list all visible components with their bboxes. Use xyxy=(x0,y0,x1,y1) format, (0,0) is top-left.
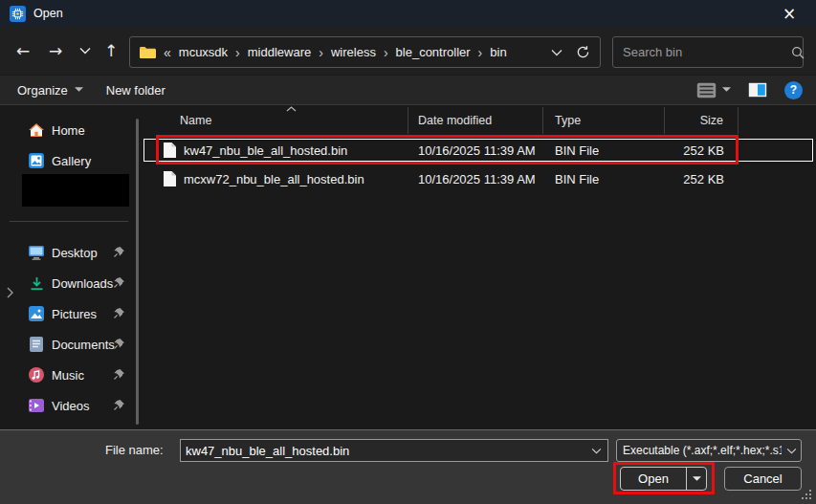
column-header-size[interactable]: Size xyxy=(665,107,739,134)
breadcrumb-separator-icon: › xyxy=(473,45,489,60)
new-folder-label: New folder xyxy=(106,83,165,98)
file-list: Name Date modified Type Size xyxy=(141,105,816,429)
forward-button[interactable]: → xyxy=(42,37,69,64)
pin-icon[interactable] xyxy=(113,246,126,259)
back-button[interactable]: ← xyxy=(10,37,36,64)
refresh-icon[interactable] xyxy=(576,45,590,59)
change-view-button[interactable] xyxy=(696,82,731,99)
file-name-dropdown-chevron-icon[interactable] xyxy=(584,448,607,454)
sidebar-item-downloads[interactable]: Downloads xyxy=(8,270,130,296)
column-label: Size xyxy=(700,114,723,127)
sidebar-separator xyxy=(10,221,128,222)
breadcrumb[interactable]: « mcuxsdk › middleware › wireless › ble_… xyxy=(129,36,601,68)
file-icon xyxy=(164,171,176,186)
pin-icon[interactable] xyxy=(113,338,126,351)
organize-button[interactable]: Organize xyxy=(0,76,95,104)
search-icon xyxy=(791,46,805,59)
details-view-icon xyxy=(696,82,717,99)
sidebar-scrollbar[interactable] xyxy=(136,119,139,425)
sidebar-item-label: Desktop xyxy=(52,246,98,260)
breadcrumb-separator-icon: › xyxy=(378,45,394,60)
help-icon[interactable]: ? xyxy=(784,81,803,99)
window-title: Open xyxy=(33,7,63,20)
sidebar-item-home[interactable]: Home xyxy=(8,117,130,143)
file-size: 252 KB xyxy=(665,172,739,186)
sidebar-item-label: Videos xyxy=(52,399,90,413)
title-bar: Open × xyxy=(0,0,816,27)
sidebar-item-label: Documents xyxy=(52,338,115,352)
sidebar-item-label: Home xyxy=(52,123,85,138)
pin-icon[interactable] xyxy=(113,307,126,320)
videos-icon xyxy=(29,398,44,413)
sidebar-item-music[interactable]: Music xyxy=(8,362,130,388)
file-name: kw47_nbu_ble_all_hosted.bin xyxy=(184,143,347,158)
chevron-down-icon xyxy=(75,87,83,93)
pin-icon[interactable] xyxy=(113,276,126,290)
chevron-down-icon xyxy=(782,448,801,454)
file-type: BIN File xyxy=(543,172,665,186)
sidebar-item-label: Pictures xyxy=(52,307,97,321)
chevron-down-icon xyxy=(693,476,701,482)
resize-grip[interactable] xyxy=(801,489,811,499)
breadcrumb-segment-mcuxsdk[interactable]: mcuxsdk xyxy=(177,45,230,59)
file-row-mcxw72[interactable]: mcxw72_nbu_ble_all_hosted.bin 10/16/2025… xyxy=(141,164,816,193)
preview-pane-icon[interactable] xyxy=(748,82,767,98)
breadcrumb-separator-icon: › xyxy=(230,45,246,60)
folder-icon xyxy=(140,46,156,59)
column-headers: Name Date modified Type Size xyxy=(141,107,816,134)
sidebar-item-desktop[interactable]: Desktop xyxy=(8,239,130,266)
breadcrumb-segment-middleware[interactable]: middleware xyxy=(246,45,313,59)
breadcrumb-segment-ble-controller[interactable]: ble_controller xyxy=(394,45,473,59)
pictures-icon xyxy=(29,306,44,321)
column-label: Type xyxy=(555,114,581,127)
open-split-button: Open xyxy=(620,467,707,491)
pin-icon[interactable] xyxy=(113,368,126,382)
sidebar-item-label: Gallery xyxy=(52,154,91,168)
dialog-footer: File name: Executable (*.axf;*.elf;*.hex… xyxy=(0,429,816,504)
cancel-button[interactable]: Cancel xyxy=(724,467,802,491)
open-dialog-window: Open × ← → ↑ « mcuxsdk › middleware › wi… xyxy=(0,0,816,504)
file-date: 10/16/2025 11:39 AM xyxy=(408,143,543,158)
file-name-input[interactable] xyxy=(181,444,584,458)
command-toolbar: Organize New folder ? xyxy=(0,75,816,105)
dialog-body: Home Gallery Desktop xyxy=(0,105,816,429)
search-input[interactable] xyxy=(623,45,791,59)
recent-locations-chevron-icon[interactable] xyxy=(72,37,99,64)
sidebar-item-documents[interactable]: Documents xyxy=(8,331,130,358)
organize-label: Organize xyxy=(17,83,68,98)
breadcrumb-overflow[interactable]: « xyxy=(156,45,177,60)
up-button[interactable]: ↑ xyxy=(98,37,124,64)
column-header-date-modified[interactable]: Date modified xyxy=(408,107,543,134)
sidebar-item-gallery[interactable]: Gallery xyxy=(8,147,130,174)
address-dropdown-chevron-icon[interactable] xyxy=(538,49,576,56)
column-header-type[interactable]: Type xyxy=(543,107,665,134)
file-type-select[interactable]: Executable (*.axf;*.elf;*.hex;*.s1 xyxy=(616,439,802,462)
open-dropdown-button[interactable] xyxy=(686,468,706,490)
breadcrumb-separator-icon: › xyxy=(313,45,329,60)
sidebar-item-videos[interactable]: Videos xyxy=(8,392,130,419)
sort-ascending-icon xyxy=(286,106,297,112)
sidebar-item-redacted-account[interactable] xyxy=(22,174,129,207)
file-row-kw47[interactable]: kw47_nbu_ble_all_hosted.bin 10/16/2025 1… xyxy=(141,136,816,164)
close-icon[interactable]: × xyxy=(770,0,808,27)
sidebar-item-label: Music xyxy=(52,368,84,383)
home-icon xyxy=(29,122,44,138)
file-name-label: File name: xyxy=(105,443,164,457)
app-chip-icon xyxy=(10,6,26,22)
downloads-icon xyxy=(29,275,44,291)
sidebar-item-pictures[interactable]: Pictures xyxy=(8,300,130,327)
breadcrumb-segment-bin[interactable]: bin xyxy=(488,45,508,59)
open-button[interactable]: Open xyxy=(621,468,686,490)
pin-icon[interactable] xyxy=(113,399,126,412)
file-type-value: Executable (*.axf;*.elf;*.hex;*.s1 xyxy=(617,444,782,457)
column-header-name[interactable]: Name xyxy=(141,107,408,134)
new-folder-button[interactable]: New folder xyxy=(95,76,177,104)
search-box[interactable] xyxy=(612,36,804,68)
chevron-down-icon xyxy=(722,87,731,93)
file-type: BIN File xyxy=(543,143,665,158)
column-label: Name xyxy=(180,114,211,127)
breadcrumb-segment-wireless[interactable]: wireless xyxy=(329,45,378,59)
gallery-icon xyxy=(29,153,44,168)
navigation-pane: Home Gallery Desktop xyxy=(0,105,141,429)
file-size: 252 KB xyxy=(665,143,739,158)
